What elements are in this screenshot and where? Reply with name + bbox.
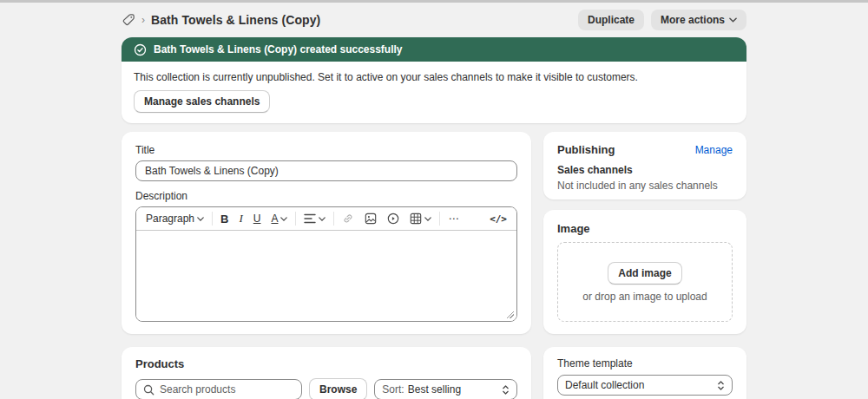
- browse-button[interactable]: Browse: [309, 378, 367, 399]
- page-header: › Bath Towels & Linens (Copy) Duplicate …: [122, 10, 746, 30]
- insert-table-icon[interactable]: [407, 210, 434, 227]
- alignment-button[interactable]: [301, 210, 328, 227]
- sort-prefix: Sort:: [382, 383, 404, 396]
- description-textarea[interactable]: [136, 231, 516, 321]
- theme-template-label: Theme template: [557, 357, 633, 370]
- title-input[interactable]: [135, 160, 517, 181]
- sales-channels-status: Not included in any sales channels: [557, 180, 733, 192]
- theme-template-card: Theme template Default collection: [543, 347, 746, 399]
- more-actions-button[interactable]: More actions: [651, 10, 746, 30]
- resize-handle[interactable]: [506, 311, 514, 318]
- text-color-button[interactable]: A: [268, 210, 290, 227]
- details-card: Title Description Paragraph B I: [122, 132, 531, 334]
- theme-template-value: Default collection: [565, 379, 644, 391]
- check-circle-icon: [134, 43, 147, 56]
- toolbar-divider: [212, 212, 213, 226]
- unpublished-notice: This collection is currently unpublished…: [122, 62, 746, 123]
- sort-value: Best selling: [408, 383, 461, 396]
- image-card: Image Add image or drop an image to uplo…: [543, 210, 746, 334]
- header-actions: Duplicate More actions: [578, 10, 746, 30]
- toolbar-divider: [295, 212, 296, 226]
- description-field: Description Paragraph B I U: [135, 190, 517, 322]
- success-banner: Bath Towels & Linens (Copy) created succ…: [122, 37, 746, 123]
- manage-sales-channels-label: Manage sales channels: [144, 95, 260, 108]
- sales-channels-label: Sales channels: [557, 164, 733, 176]
- add-image-button[interactable]: Add image: [608, 262, 681, 285]
- breadcrumb-chevron: ›: [141, 14, 145, 26]
- text-color-label: A: [271, 213, 278, 225]
- browse-button-label: Browse: [319, 383, 357, 396]
- unpublished-notice-text: This collection is currently unpublished…: [134, 70, 734, 84]
- manage-link[interactable]: Manage: [695, 144, 733, 156]
- duplicate-button[interactable]: Duplicate: [578, 10, 644, 30]
- theme-template-select[interactable]: Default collection: [557, 375, 733, 396]
- left-column: Title Description Paragraph B I: [122, 132, 531, 399]
- search-products-input[interactable]: [160, 383, 294, 396]
- success-banner-header: Bath Towels & Linens (Copy) created succ…: [122, 37, 746, 62]
- toolbar-divider: [439, 212, 440, 226]
- manage-sales-channels-button[interactable]: Manage sales channels: [134, 90, 270, 113]
- link-icon[interactable]: [339, 210, 357, 227]
- success-message: Bath Towels & Linens (Copy) created succ…: [154, 43, 403, 56]
- collection-page: › Bath Towels & Linens (Copy) Duplicate …: [122, 3, 746, 399]
- breadcrumb: › Bath Towels & Linens (Copy): [122, 13, 320, 27]
- rich-text-editor: Paragraph B I U A: [135, 206, 517, 322]
- description-label: Description: [135, 190, 517, 202]
- products-title: Products: [135, 357, 517, 370]
- updown-stepper-icon: [502, 384, 510, 396]
- more-actions-label: More actions: [661, 14, 725, 26]
- products-controls: Browse Sort: Best selling: [135, 378, 517, 399]
- underline-button[interactable]: U: [251, 210, 264, 227]
- products-card: Products Browse: [122, 347, 531, 399]
- more-formatting-button[interactable]: ⋯: [445, 210, 461, 227]
- image-dropzone[interactable]: Add image or drop an image to upload: [557, 242, 733, 322]
- chevron-down-icon: [729, 17, 737, 23]
- insert-video-icon[interactable]: [385, 210, 402, 227]
- image-title: Image: [557, 222, 733, 235]
- show-html-button[interactable]: </>: [487, 210, 510, 227]
- publishing-title: Publishing: [557, 143, 615, 156]
- add-image-label: Add image: [618, 267, 671, 279]
- publishing-header: Publishing Manage: [557, 143, 733, 156]
- sort-select[interactable]: Sort: Best selling: [374, 379, 517, 399]
- collections-tag-icon[interactable]: [122, 13, 135, 27]
- title-label: Title: [135, 144, 517, 156]
- italic-button[interactable]: I: [236, 210, 245, 227]
- drop-hint-text: or drop an image to upload: [582, 291, 707, 303]
- main-content: Title Description Paragraph B I: [122, 132, 746, 399]
- page-title: Bath Towels & Linens (Copy): [151, 13, 320, 27]
- format-dropdown-label: Paragraph: [146, 213, 194, 225]
- bold-button[interactable]: B: [218, 210, 231, 227]
- editor-toolbar: Paragraph B I U A: [136, 207, 516, 231]
- format-dropdown[interactable]: Paragraph: [143, 210, 207, 227]
- product-search: [135, 379, 302, 399]
- search-icon: [143, 384, 155, 396]
- insert-image-icon[interactable]: [362, 210, 379, 227]
- toolbar-divider: [333, 212, 334, 226]
- duplicate-button-label: Duplicate: [588, 14, 635, 26]
- publishing-card: Publishing Manage Sales channels Not inc…: [543, 132, 746, 200]
- updown-stepper-icon: [717, 380, 725, 391]
- right-column: Publishing Manage Sales channels Not inc…: [543, 132, 746, 399]
